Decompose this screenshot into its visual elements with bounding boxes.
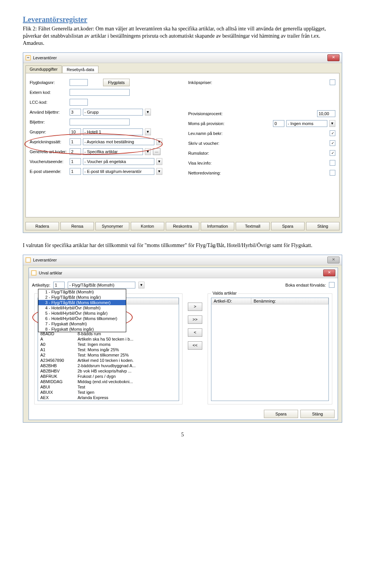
- button-stang[interactable]: Stäng: [306, 222, 340, 230]
- list-item[interactable]: AB2BHB2-bäddsrum huvudbyggnad A...: [38, 363, 179, 368]
- list-item[interactable]: ABFRUKFrukost / pers / dygn: [38, 374, 179, 379]
- input-epost-code[interactable]: [70, 168, 81, 175]
- label-gruppnr: Gruppnr:: [30, 130, 68, 134]
- label-nettoredovisning: Nettoredovisning:: [188, 171, 328, 175]
- button-move-right[interactable]: >: [188, 303, 202, 311]
- list-item[interactable]: A1Test: Moms ingår 25%: [38, 347, 179, 352]
- list-item[interactable]: ABMIDDAGMiddag (end.vid veckobokni...: [38, 379, 179, 384]
- checkbox-skriv-voucher[interactable]: ✓: [330, 140, 335, 146]
- dropdown-item[interactable]: 6 - Hotell/Hyrbil/Övr (Moms tillkommer): [38, 316, 126, 321]
- list-item[interactable]: A234567890Artikel med 10 tecken i koden.: [38, 358, 179, 363]
- input-generella-text[interactable]: [83, 148, 143, 155]
- list-item[interactable]: ABUIXTest igen: [38, 390, 179, 395]
- checkbox-nettoredovisning[interactable]: [330, 170, 335, 176]
- dropdown-item[interactable]: 5 - Hotell/Hyrbil/Övr (Moms ingår): [38, 311, 126, 316]
- close-button[interactable]: ✕: [323, 269, 335, 276]
- list-item[interactable]: AB2BHBV2b vok HB veckopris/halvp ...: [38, 368, 179, 374]
- input-voucher-code[interactable]: [70, 158, 81, 165]
- list-item[interactable]: A0Test: Ingen moms: [38, 342, 179, 347]
- dropdown-icon[interactable]: ▾: [145, 148, 151, 155]
- button-stang[interactable]: Stäng: [300, 410, 335, 418]
- button-konton[interactable]: Konton: [131, 222, 164, 230]
- dropdown-artikeltyp[interactable]: 1 - Flyg/Tåg/Båt (Momsfri)2 - Flyg/Tåg/B…: [38, 289, 126, 332]
- input-gruppnr-code[interactable]: [70, 128, 81, 135]
- dropdown-icon[interactable]: ▾: [145, 128, 151, 135]
- list-item[interactable]: AEXArlanda Express: [38, 395, 179, 400]
- dropdown-icon[interactable]: ▾: [145, 109, 151, 116]
- button-reskontra[interactable]: Reskontra: [166, 222, 199, 230]
- input-biljettnr[interactable]: [70, 119, 130, 125]
- input-avprick-code[interactable]: [70, 138, 81, 145]
- window-title-behind: Leverantörer: [33, 258, 57, 262]
- dropdown-item[interactable]: 1 - Flyg/Tåg/Båt (Momsfri): [38, 289, 126, 295]
- close-button[interactable]: ✕: [327, 54, 340, 61]
- close-button[interactable]: ✕: [327, 257, 340, 263]
- label-avprickningssatt: Avprickningssätt:: [30, 139, 68, 144]
- input-extern-kod[interactable]: [70, 89, 130, 96]
- button-flygplats[interactable]: Flygplats: [103, 79, 130, 86]
- checkbox-boka-forvalda[interactable]: [329, 282, 335, 288]
- input-provisionsprocent[interactable]: [317, 110, 335, 117]
- list-item[interactable]: AArtikeln ska ha 50 tecken i b...: [38, 336, 179, 342]
- label-extern-kod: Extern kod:: [30, 90, 68, 95]
- window-title: Leverantörer: [33, 55, 57, 60]
- input-momsprov-text[interactable]: [286, 120, 327, 127]
- list-item[interactable]: ABUITest: [38, 384, 179, 390]
- input-generella-code[interactable]: [70, 148, 81, 155]
- checkbox-visa-levinfo[interactable]: [330, 160, 335, 166]
- label-epost-utseende: E-post utseende:: [30, 169, 68, 174]
- input-artikeltyp-code[interactable]: [53, 282, 65, 288]
- checkbox-levnamn[interactable]: ✓: [330, 130, 335, 136]
- dropdown-item[interactable]: 4 - Hotell/Hyrbil/Övr (Momsfri): [38, 305, 126, 311]
- checkbox-rumslistor[interactable]: ✓: [330, 150, 335, 156]
- input-anvand-biljettnr-code[interactable]: [70, 109, 81, 116]
- dropdown-icon[interactable]: ▾: [156, 158, 162, 165]
- app-icon: [25, 257, 31, 263]
- listbox-right[interactable]: Artikel-ID: Benämning:: [211, 298, 329, 401]
- dropdown-icon[interactable]: ▾: [156, 168, 162, 175]
- button-move-all-right[interactable]: >>: [188, 315, 202, 324]
- input-flygbolagsnr[interactable]: [70, 79, 88, 86]
- list-item[interactable]: AIRPaket med moms på vinstarti...: [38, 400, 179, 401]
- group-valda: Valda artiklar Artikel-ID: Benämning:: [208, 293, 332, 404]
- input-artikeltyp-text[interactable]: [68, 282, 135, 288]
- button-radera[interactable]: Radera: [25, 222, 59, 230]
- input-voucher-text[interactable]: [83, 158, 154, 165]
- button-rensa[interactable]: Rensa: [60, 222, 94, 230]
- label-rumslistor: Rumslistor:: [188, 151, 328, 155]
- titlebar: Leverantörer ✕: [23, 53, 342, 63]
- button-textmall[interactable]: Textmall: [236, 222, 269, 230]
- label-generella-artkoder: Generella art.koder:: [30, 149, 68, 154]
- dropdown-item[interactable]: 7 - Flygskatt (Momsfri): [38, 321, 126, 326]
- list-item[interactable]: A2Test: Moms tillkommer 25%: [38, 352, 179, 358]
- button-information[interactable]: Information: [201, 222, 234, 230]
- checkbox-inkopspriser[interactable]: [330, 79, 335, 85]
- intro-paragraph-1: Flik 2: Fältet Generella art.koder: Om m…: [23, 25, 342, 47]
- button-move-left[interactable]: <: [188, 328, 202, 337]
- dropdown-item[interactable]: 8 - Flygskatt (Moms ingår): [38, 326, 126, 332]
- input-avprick-text[interactable]: [83, 138, 154, 145]
- col-benamning: Benämning:: [251, 298, 328, 304]
- button-spara[interactable]: Spara: [271, 222, 305, 230]
- label-lcc: LCC-kod:: [30, 100, 68, 105]
- page-number: 5: [23, 432, 342, 438]
- dropdown-item[interactable]: 3 - Flyg/Tåg/Båt (Moms tillkommer): [38, 300, 126, 305]
- dropdown-icon[interactable]: ▾: [156, 138, 162, 145]
- tab-resebyra-data[interactable]: Resebyrå-data: [62, 66, 98, 73]
- tab-grunduppgifter[interactable]: Grunduppgifter: [25, 65, 62, 73]
- input-epost-text[interactable]: [83, 168, 154, 175]
- form-left-column: Flygbolagsnr: Flygplats Extern kod: LCC-…: [30, 79, 177, 179]
- input-gruppnr-text[interactable]: [83, 128, 143, 135]
- titlebar-urval: Urval artiklar ✕: [29, 268, 338, 278]
- browse-button[interactable]: ...: [153, 148, 160, 155]
- dropdown-icon[interactable]: ▾: [138, 282, 144, 288]
- input-momsprov-code[interactable]: [273, 120, 284, 127]
- label-anvand-biljettnr: Använd biljettnr:: [30, 110, 68, 114]
- button-move-all-left[interactable]: <<: [188, 341, 202, 350]
- input-anvand-biljettnr-text[interactable]: [83, 109, 143, 116]
- button-spara[interactable]: Spara: [264, 410, 298, 418]
- dropdown-item[interactable]: 2 - Flyg/Tåg/Båt (Moms ingår): [38, 295, 126, 300]
- dropdown-icon[interactable]: ▾: [329, 120, 335, 127]
- input-lcc[interactable]: [70, 99, 88, 106]
- button-synonymer[interactable]: Synonymer: [95, 222, 129, 230]
